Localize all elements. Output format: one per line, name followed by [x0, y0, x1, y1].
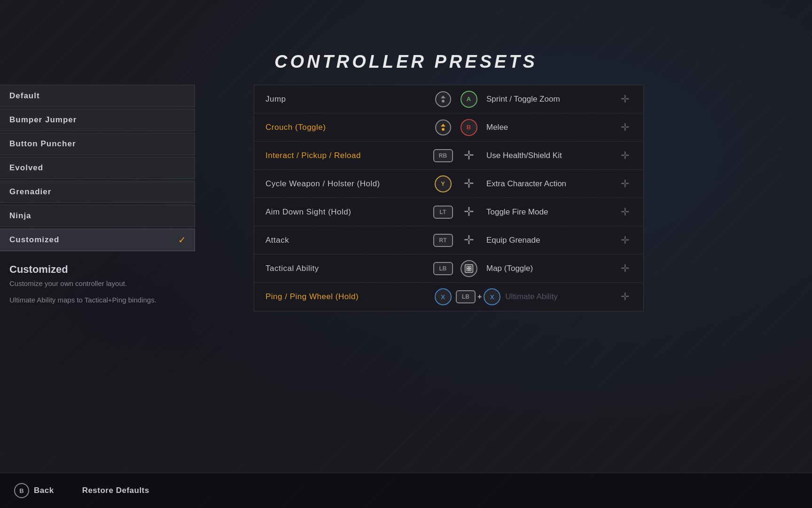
binding-btn-right-3: ✛ [456, 176, 482, 191]
binding-btn-right-7: LB + X [456, 288, 500, 305]
btn-icon: LB + X [456, 288, 500, 305]
binding-edit-right-7[interactable]: ✛ [618, 291, 632, 303]
selected-preset-note: Ultimate Ability maps to Tactical+Ping b… [9, 296, 156, 304]
binding-btn-left-1 [430, 119, 456, 136]
binding-left-0[interactable]: Jump [265, 95, 430, 104]
svg-rect-7 [467, 266, 468, 268]
preset-item-ninja[interactable]: Ninja [0, 205, 195, 227]
binding-action-left-1: Crouch (Toggle) [265, 123, 326, 132]
binding-btn-right-2: ✛ [456, 148, 482, 163]
binding-edit-right-0[interactable]: ✛ [618, 93, 632, 105]
binding-row-6: Tactical Ability LB Map (Toggle) ✛ [254, 254, 643, 283]
preset-item-customized[interactable]: Customized ✓ [0, 229, 195, 251]
binding-btn-right-5: ✛ [456, 233, 482, 247]
binding-left-6[interactable]: Tactical Ability [265, 264, 430, 273]
binding-action-left-2: Interact / Pickup / Reload [265, 151, 361, 160]
bottom-bar: B Back Restore Defaults [0, 473, 812, 508]
svg-point-3 [436, 120, 451, 135]
binding-action-right-1: Melee [482, 123, 618, 132]
svg-point-2 [442, 100, 445, 103]
back-button-icon: B [14, 483, 29, 498]
binding-right-1[interactable]: B Melee ✛ [456, 119, 632, 136]
binding-action-right-3: Extra Character Action [482, 179, 618, 189]
btn-icon: RB [433, 149, 453, 162]
btn-icon: LB [433, 262, 453, 275]
btn-icon: LT [433, 206, 453, 219]
btn-icon: ✛ [464, 205, 474, 219]
binding-action-left-4: Aim Down Sight (Hold) [265, 207, 351, 217]
btn-icon: ✛ [464, 176, 474, 191]
binding-right-4[interactable]: ✛ Toggle Fire Mode ✛ [456, 205, 632, 219]
binding-btn-right-1: B [456, 119, 482, 136]
page-title: CONTROLLER PRESETS [274, 52, 538, 72]
binding-btn-left-6: LB [430, 262, 456, 275]
binding-left-3[interactable]: Cycle Weapon / Holster (Hold) [265, 179, 430, 189]
binding-row-5: Attack RT ✛ Equip Grenade ✛ [254, 226, 643, 254]
binding-btn-left-5: RT [430, 234, 456, 247]
binding-action-left-0: Jump [265, 95, 286, 104]
binding-action-right-5: Equip Grenade [482, 236, 618, 245]
binding-right-0[interactable]: A Sprint / Toggle Zoom ✛ [456, 91, 632, 108]
binding-action-left-7: Ping / Ping Wheel (Hold) [265, 292, 359, 302]
binding-edit-right-6[interactable]: ✛ [618, 262, 632, 275]
binding-action-left-3: Cycle Weapon / Holster (Hold) [265, 179, 380, 189]
binding-btn-right-6 [456, 260, 482, 277]
binding-btn-left-4: LT [430, 206, 456, 219]
binding-edit-right-3[interactable]: ✛ [618, 178, 632, 190]
binding-edit-right-2[interactable]: ✛ [618, 150, 632, 162]
btn-icon [435, 91, 452, 108]
preset-item-evolved[interactable]: Evolved [0, 157, 195, 179]
binding-edit-right-5[interactable]: ✛ [618, 234, 632, 246]
binding-right-6[interactable]: Map (Toggle) ✛ [456, 260, 632, 277]
binding-right-3[interactable]: ✛ Extra Character Action ✛ [456, 176, 632, 191]
binding-action-right-7: Ultimate Ability [500, 292, 618, 302]
sidebar-description: Customized Customize your own controller… [9, 263, 156, 304]
back-button[interactable]: B Back [14, 483, 54, 498]
svg-rect-8 [469, 266, 471, 268]
binding-action-right-6: Map (Toggle) [482, 264, 618, 273]
svg-point-0 [436, 92, 451, 107]
back-button-label: Back [34, 486, 54, 495]
binding-right-7[interactable]: LB + X Ultimate Ability ✛ [456, 288, 632, 305]
preset-item-grenadier[interactable]: Grenadier [0, 181, 195, 203]
restore-defaults-label: Restore Defaults [82, 486, 149, 495]
preset-sidebar: Default Bumper Jumper Button Puncher Evo… [0, 85, 202, 253]
binding-edit-right-1[interactable]: ✛ [618, 121, 632, 134]
restore-defaults-button[interactable]: Restore Defaults [82, 486, 149, 495]
preset-item-default[interactable]: Default [0, 85, 195, 107]
preset-item-button-puncher[interactable]: Button Puncher [0, 133, 195, 155]
binding-right-5[interactable]: ✛ Equip Grenade ✛ [456, 233, 632, 247]
binding-row-4: Aim Down Sight (Hold) LT ✛ Toggle Fire M… [254, 198, 643, 226]
binding-action-left-6: Tactical Ability [265, 264, 319, 273]
binding-btn-right-4: ✛ [456, 205, 482, 219]
binding-left-5[interactable]: Attack [265, 236, 430, 245]
svg-rect-10 [469, 269, 471, 270]
binding-btn-left-3: Y [430, 175, 456, 192]
preset-label-evolved: Evolved [9, 163, 43, 173]
btn-icon [435, 119, 452, 136]
selected-preset-desc: Customize your own controller layout. [9, 278, 156, 289]
btn-icon: ✛ [464, 148, 474, 163]
btn-icon: B [461, 119, 477, 136]
check-icon-customized: ✓ [178, 234, 186, 246]
binding-action-left-5: Attack [265, 236, 289, 245]
binding-right-2[interactable]: ✛ Use Health/Shield Kit ✛ [456, 148, 632, 163]
preset-label-default: Default [9, 91, 40, 101]
preset-label-customized: Customized [9, 235, 59, 245]
preset-label-bumper-jumper: Bumper Jumper [9, 115, 77, 125]
binding-left-7[interactable]: Ping / Ping Wheel (Hold) [265, 292, 430, 302]
binding-edit-right-4[interactable]: ✛ [618, 206, 632, 218]
binding-row-7: Ping / Ping Wheel (Hold) X LB + X Ultima… [254, 283, 643, 311]
selected-preset-title: Customized [9, 263, 156, 276]
btn-icon: ✛ [464, 233, 474, 247]
binding-left-4[interactable]: Aim Down Sight (Hold) [265, 207, 430, 217]
binding-row-3: Cycle Weapon / Holster (Hold) Y ✛ Extra … [254, 170, 643, 198]
binding-left-2[interactable]: Interact / Pickup / Reload [265, 151, 430, 160]
binding-action-right-0: Sprint / Toggle Zoom [482, 95, 618, 104]
preset-label-ninja: Ninja [9, 211, 31, 221]
preset-item-bumper-jumper[interactable]: Bumper Jumper [0, 109, 195, 131]
binding-left-1[interactable]: Crouch (Toggle) [265, 123, 430, 132]
binding-row-2: Interact / Pickup / Reload RB ✛ Use Heal… [254, 142, 643, 170]
binding-action-right-2: Use Health/Shield Kit [482, 151, 618, 160]
binding-btn-right-0: A [456, 91, 482, 108]
